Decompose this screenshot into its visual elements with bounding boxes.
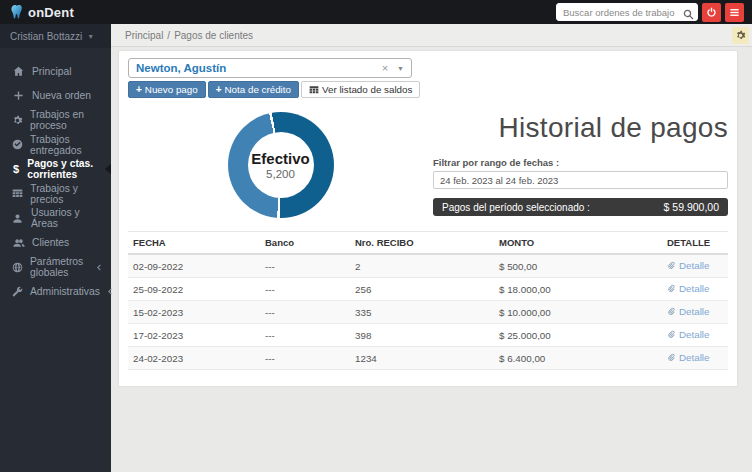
cell-fecha: 17-02-2023 [128, 324, 260, 347]
detail-link-label: Detalle [679, 352, 710, 363]
detail-link[interactable]: Detalle [667, 329, 710, 340]
power-icon [706, 7, 717, 18]
period-total-value: $ 59.900,00 [664, 201, 719, 213]
sidebar-item-trabajos-precios[interactable]: Trabajos y precios [0, 182, 111, 207]
table-header-row: FECHA Banco Nro. RECIBO MONTO DETALLE [128, 232, 728, 255]
table-icon [12, 188, 23, 199]
payments-card: Newton, Agustín × ▼ + Nuevo pago + Nota … [119, 51, 737, 386]
cell-monto: $ 500,00 [494, 254, 662, 278]
table-row: 17-02-2023 --- 398 $ 25.000,00 Detalle [128, 324, 728, 347]
col-header-fecha[interactable]: FECHA [128, 232, 260, 255]
sidebar-item-principal[interactable]: Principal [0, 59, 111, 84]
sidebar-item-label: Trabajos y precios [30, 183, 103, 205]
home-icon [12, 66, 25, 77]
new-payment-label: Nuevo pago [145, 84, 198, 95]
dollar-icon: $ [12, 164, 20, 175]
sidebar-item-usuarios-areas[interactable]: Usuarios y Áreas [0, 206, 111, 231]
sidebar-item-trabajos-entregados[interactable]: Trabajos entregados [0, 133, 111, 158]
cell-fecha: 15-02-2023 [128, 301, 260, 324]
plus-icon: + [136, 84, 142, 95]
user-menu[interactable]: Cristian Bottazzi ▼ [0, 24, 111, 48]
date-filter-label: Filtrar por rango de fechas : [433, 157, 728, 168]
sidebar-item-label: Trabajos entregados [30, 134, 103, 156]
list-icon [309, 85, 319, 95]
sidebar-item-pagos[interactable]: $ Pagos y ctas. corrientes [0, 157, 111, 182]
sidebar-item-label: Pagos y ctas. corrientes [27, 158, 103, 180]
logout-button[interactable] [702, 3, 721, 22]
detail-link[interactable]: Detalle [667, 283, 710, 294]
paperclip-icon [667, 261, 676, 270]
cog-icon [12, 115, 23, 126]
sidebar: Cristian Bottazzi ▼ Principal Nueva orde… [0, 24, 111, 472]
detail-link[interactable]: Detalle [667, 306, 710, 317]
globe-icon [12, 262, 23, 273]
settings-tab[interactable] [732, 27, 749, 44]
donut-center: Efectivo 5,200 [248, 132, 314, 198]
sidebar-item-clientes[interactable]: Clientes [0, 231, 111, 256]
detail-link-label: Detalle [679, 306, 710, 317]
paperclip-icon [667, 330, 676, 339]
table-row: 15-02-2023 --- 335 $ 10.000,00 Detalle [128, 301, 728, 324]
cell-monto: $ 18.000,00 [494, 278, 662, 301]
sidebar-menu: Principal Nueva orden Trabajos en proces… [0, 48, 111, 304]
cell-monto: $ 10.000,00 [494, 301, 662, 324]
cell-monto: $ 6.400,00 [494, 347, 662, 370]
toolbar: + Nuevo pago + Nota de crédito Ver lista… [128, 81, 728, 98]
donut-center-label: Efectivo [251, 150, 309, 167]
period-total-label: Pagos del período seleccionado : [442, 202, 590, 213]
col-header-monto[interactable]: MONTO [494, 232, 662, 255]
payments-table: FECHA Banco Nro. RECIBO MONTO DETALLE 02… [128, 231, 728, 370]
main-area: Principal / Pagos de clientes Newton, Ag… [111, 24, 752, 472]
payment-methods-chart-area: Efectivo 5,200 [128, 112, 433, 218]
cell-recibo: 335 [350, 301, 494, 324]
client-select-value: Newton, Agustín [136, 62, 382, 74]
tooth-icon [10, 4, 26, 20]
sidebar-item-nueva-orden[interactable]: Nueva orden [0, 84, 111, 109]
sidebar-item-label: Trabajos en proceso [30, 109, 103, 131]
table-row: 24-02-2023 --- 1234 $ 6.400,00 Detalle [128, 347, 728, 370]
search-input[interactable] [556, 3, 698, 21]
plus-icon [12, 90, 25, 101]
cell-fecha: 24-02-2023 [128, 347, 260, 370]
users-icon [12, 237, 25, 249]
client-select[interactable]: Newton, Agustín × ▼ [128, 58, 412, 78]
col-header-banco[interactable]: Banco [260, 232, 350, 255]
cell-fecha: 02-09-2022 [128, 254, 260, 278]
col-header-detalle[interactable]: DETALLE [662, 232, 728, 255]
detail-link-label: Detalle [679, 260, 710, 271]
sidebar-item-administrativas[interactable]: Administrativas [0, 280, 111, 305]
menu-toggle-button[interactable] [725, 3, 744, 22]
chevron-left-icon [96, 264, 103, 271]
cell-monto: $ 25.000,00 [494, 324, 662, 347]
detail-link-label: Detalle [679, 329, 710, 340]
sidebar-item-label: Principal [32, 66, 72, 77]
table-row: 25-09-2022 --- 256 $ 18.000,00 Detalle [128, 278, 728, 301]
paperclip-icon [667, 307, 676, 316]
sidebar-item-label: Clientes [32, 237, 69, 248]
donut-chart[interactable]: Efectivo 5,200 [228, 112, 334, 218]
date-range-input[interactable] [433, 171, 728, 189]
breadcrumb-current: Pagos de clientes [174, 30, 253, 41]
col-header-recibo[interactable]: Nro. RECIBO [350, 232, 494, 255]
view-balances-button[interactable]: Ver listado de saldos [301, 81, 420, 98]
sidebar-item-label: Parámetros globales [30, 256, 89, 278]
new-payment-button[interactable]: + Nuevo pago [128, 81, 206, 98]
detail-link[interactable]: Detalle [667, 352, 710, 363]
cell-banco: --- [260, 324, 350, 347]
user-name: Cristian Bottazzi [10, 31, 82, 42]
credit-note-button[interactable]: + Nota de crédito [208, 81, 299, 98]
caret-down-icon: ▼ [397, 65, 404, 72]
clear-icon[interactable]: × [382, 62, 388, 74]
search-icon[interactable] [683, 6, 694, 24]
detail-link[interactable]: Detalle [667, 260, 710, 271]
breadcrumb-root[interactable]: Principal [125, 30, 163, 41]
chevron-left-icon [107, 288, 114, 295]
check-circle-icon [12, 139, 23, 150]
page-title: Historial de pagos [433, 112, 728, 144]
cell-banco: --- [260, 254, 350, 278]
topbar: onDent [0, 0, 752, 24]
breadcrumb: Principal / Pagos de clientes [111, 24, 752, 47]
sidebar-item-parametros-globales[interactable]: Parámetros globales [0, 255, 111, 280]
breadcrumb-separator: / [167, 30, 170, 41]
sidebar-item-trabajos-en-proceso[interactable]: Trabajos en proceso [0, 108, 111, 133]
